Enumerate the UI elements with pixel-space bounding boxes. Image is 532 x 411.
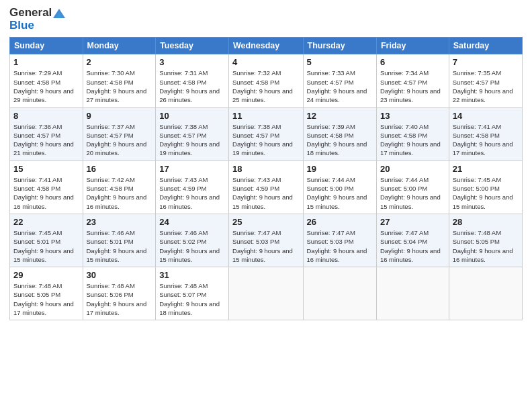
day-info: Sunrise: 7:41 AMSunset: 4:58 PMDaylight:… [453, 123, 513, 157]
day-info: Sunrise: 7:40 AMSunset: 4:58 PMDaylight:… [380, 123, 441, 157]
calendar-cell: 13 Sunrise: 7:40 AMSunset: 4:58 PMDaylig… [376, 107, 449, 161]
day-number: 28 [453, 217, 519, 227]
day-number: 12 [307, 111, 373, 121]
day-number: 27 [380, 217, 445, 227]
calendar-cell: 9 Sunrise: 7:37 AMSunset: 4:57 PMDayligh… [83, 107, 156, 161]
day-number: 3 [159, 57, 225, 67]
calendar-cell: 29 Sunrise: 7:48 AMSunset: 5:05 PMDaylig… [10, 267, 83, 320]
calendar-header-row: Sunday Monday Tuesday Wednesday Thursday… [10, 38, 523, 54]
day-info: Sunrise: 7:36 AMSunset: 4:57 PMDaylight:… [13, 123, 74, 157]
calendar-cell: 4 Sunrise: 7:32 AMSunset: 4:58 PMDayligh… [229, 54, 303, 107]
day-number: 1 [13, 57, 79, 67]
calendar-week-row: 1 Sunrise: 7:29 AMSunset: 4:58 PMDayligh… [10, 54, 523, 107]
header-thursday: Thursday [303, 38, 376, 54]
day-info: Sunrise: 7:48 AMSunset: 5:06 PMDaylight:… [87, 282, 147, 316]
calendar-cell: 16 Sunrise: 7:42 AMSunset: 4:58 PMDaylig… [83, 161, 156, 214]
calendar-cell: 28 Sunrise: 7:48 AMSunset: 5:05 PMDaylig… [449, 214, 522, 267]
day-info: Sunrise: 7:43 AMSunset: 4:59 PMDaylight:… [232, 176, 293, 210]
header: General Blue [9, 7, 523, 32]
day-number: 26 [307, 217, 373, 227]
calendar-cell: 30 Sunrise: 7:48 AMSunset: 5:06 PMDaylig… [83, 267, 156, 320]
calendar-cell: 18 Sunrise: 7:43 AMSunset: 4:59 PMDaylig… [229, 161, 303, 214]
day-number: 23 [87, 217, 152, 227]
calendar-week-row: 15 Sunrise: 7:41 AMSunset: 4:58 PMDaylig… [10, 161, 523, 214]
day-info: Sunrise: 7:39 AMSunset: 4:58 PMDaylight:… [307, 123, 367, 157]
calendar-cell: 1 Sunrise: 7:29 AMSunset: 4:58 PMDayligh… [10, 54, 83, 107]
calendar-cell: 31 Sunrise: 7:48 AMSunset: 5:07 PMDaylig… [156, 267, 229, 320]
day-info: Sunrise: 7:33 AMSunset: 4:57 PMDaylight:… [307, 69, 367, 103]
day-info: Sunrise: 7:47 AMSunset: 5:04 PMDaylight:… [380, 229, 441, 263]
calendar-table: Sunday Monday Tuesday Wednesday Thursday… [9, 37, 523, 320]
day-info: Sunrise: 7:44 AMSunset: 5:00 PMDaylight:… [380, 176, 441, 210]
calendar-cell: 25 Sunrise: 7:47 AMSunset: 5:03 PMDaylig… [229, 214, 303, 267]
calendar-cell: 10 Sunrise: 7:38 AMSunset: 4:57 PMDaylig… [156, 107, 229, 161]
header-saturday: Saturday [449, 38, 522, 54]
calendar-cell [376, 267, 449, 320]
calendar-cell [449, 267, 522, 320]
day-info: Sunrise: 7:48 AMSunset: 5:07 PMDaylight:… [159, 282, 220, 316]
day-info: Sunrise: 7:43 AMSunset: 4:59 PMDaylight:… [159, 176, 220, 210]
calendar-cell: 7 Sunrise: 7:35 AMSunset: 4:57 PMDayligh… [449, 54, 522, 107]
day-info: Sunrise: 7:45 AMSunset: 5:00 PMDaylight:… [453, 176, 513, 210]
day-number: 16 [87, 164, 152, 174]
day-number: 20 [380, 164, 445, 174]
calendar-week-row: 22 Sunrise: 7:45 AMSunset: 5:01 PMDaylig… [10, 214, 523, 267]
day-number: 18 [232, 164, 299, 174]
day-number: 4 [232, 57, 299, 67]
day-number: 10 [159, 111, 225, 121]
calendar-cell [303, 267, 376, 320]
calendar-cell: 24 Sunrise: 7:46 AMSunset: 5:02 PMDaylig… [156, 214, 229, 267]
day-info: Sunrise: 7:42 AMSunset: 4:58 PMDaylight:… [87, 176, 147, 210]
day-info: Sunrise: 7:38 AMSunset: 4:57 PMDaylight:… [159, 123, 220, 157]
day-number: 17 [159, 164, 225, 174]
day-info: Sunrise: 7:34 AMSunset: 4:57 PMDaylight:… [380, 69, 441, 103]
day-number: 19 [307, 164, 373, 174]
day-info: Sunrise: 7:45 AMSunset: 5:01 PMDaylight:… [13, 229, 74, 263]
calendar-cell: 27 Sunrise: 7:47 AMSunset: 5:04 PMDaylig… [376, 214, 449, 267]
day-info: Sunrise: 7:46 AMSunset: 5:02 PMDaylight:… [159, 229, 220, 263]
calendar-cell: 6 Sunrise: 7:34 AMSunset: 4:57 PMDayligh… [376, 54, 449, 107]
day-number: 15 [13, 164, 79, 174]
day-number: 14 [453, 111, 519, 121]
day-info: Sunrise: 7:32 AMSunset: 4:58 PMDaylight:… [232, 69, 293, 103]
day-info: Sunrise: 7:48 AMSunset: 5:05 PMDaylight:… [453, 229, 513, 263]
day-info: Sunrise: 7:30 AMSunset: 4:58 PMDaylight:… [87, 69, 147, 103]
day-info: Sunrise: 7:38 AMSunset: 4:57 PMDaylight:… [232, 123, 293, 157]
day-info: Sunrise: 7:35 AMSunset: 4:57 PMDaylight:… [453, 69, 513, 103]
header-friday: Friday [376, 38, 449, 54]
calendar-cell: 23 Sunrise: 7:46 AMSunset: 5:01 PMDaylig… [83, 214, 156, 267]
calendar-cell [229, 267, 303, 320]
day-number: 29 [13, 270, 79, 280]
day-info: Sunrise: 7:47 AMSunset: 5:03 PMDaylight:… [232, 229, 293, 263]
day-number: 8 [13, 111, 79, 121]
header-monday: Monday [83, 38, 156, 54]
calendar-cell: 12 Sunrise: 7:39 AMSunset: 4:58 PMDaylig… [303, 107, 376, 161]
day-info: Sunrise: 7:46 AMSunset: 5:01 PMDaylight:… [87, 229, 147, 263]
day-number: 5 [307, 57, 373, 67]
day-number: 7 [453, 57, 519, 67]
day-info: Sunrise: 7:29 AMSunset: 4:58 PMDaylight:… [13, 69, 74, 103]
day-number: 31 [159, 270, 225, 280]
logo: General Blue [9, 7, 65, 32]
day-info: Sunrise: 7:44 AMSunset: 5:00 PMDaylight:… [307, 176, 367, 210]
header-wednesday: Wednesday [229, 38, 303, 54]
header-sunday: Sunday [10, 38, 83, 54]
day-info: Sunrise: 7:31 AMSunset: 4:58 PMDaylight:… [159, 69, 220, 103]
day-number: 24 [159, 217, 225, 227]
calendar-cell: 22 Sunrise: 7:45 AMSunset: 5:01 PMDaylig… [10, 214, 83, 267]
calendar-cell: 3 Sunrise: 7:31 AMSunset: 4:58 PMDayligh… [156, 54, 229, 107]
calendar-cell: 14 Sunrise: 7:41 AMSunset: 4:58 PMDaylig… [449, 107, 522, 161]
calendar-cell: 17 Sunrise: 7:43 AMSunset: 4:59 PMDaylig… [156, 161, 229, 214]
calendar-cell: 11 Sunrise: 7:38 AMSunset: 4:57 PMDaylig… [229, 107, 303, 161]
day-number: 13 [380, 111, 445, 121]
calendar-cell: 19 Sunrise: 7:44 AMSunset: 5:00 PMDaylig… [303, 161, 376, 214]
day-number: 6 [380, 57, 445, 67]
day-info: Sunrise: 7:41 AMSunset: 4:58 PMDaylight:… [13, 176, 74, 210]
calendar-cell: 20 Sunrise: 7:44 AMSunset: 5:00 PMDaylig… [376, 161, 449, 214]
day-number: 21 [453, 164, 519, 174]
day-number: 9 [87, 111, 152, 121]
day-info: Sunrise: 7:48 AMSunset: 5:05 PMDaylight:… [13, 282, 74, 316]
header-tuesday: Tuesday [156, 38, 229, 54]
calendar-cell: 26 Sunrise: 7:47 AMSunset: 5:03 PMDaylig… [303, 214, 376, 267]
calendar-cell: 8 Sunrise: 7:36 AMSunset: 4:57 PMDayligh… [10, 107, 83, 161]
